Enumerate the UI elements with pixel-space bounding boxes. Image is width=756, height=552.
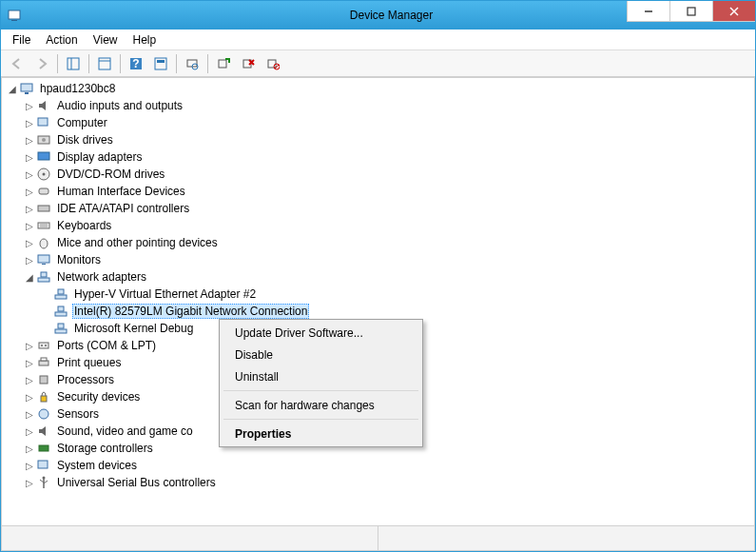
svg-rect-23 [21, 84, 32, 91]
tree-item-mouse[interactable]: ▷Mice and other pointing devices [2, 234, 754, 251]
minimize-button[interactable] [627, 1, 669, 22]
content-area: ◢ hpaud1230bc8 ▷Audio inputs and outputs… [1, 77, 755, 551]
collapse-icon[interactable]: ◢ [6, 82, 19, 95]
svg-rect-54 [41, 396, 47, 402]
svg-rect-34 [38, 223, 49, 228]
svg-rect-29 [38, 152, 49, 160]
tree-item-net-hyperv[interactable]: Hyper-V Virtual Ethernet Adapter #2 [2, 286, 754, 303]
device-tree[interactable]: ◢ hpaud1230bc8 ▷Audio inputs and outputs… [2, 78, 754, 525]
tree-item-computer[interactable]: ▷Computer [2, 114, 754, 131]
disc-icon [36, 167, 51, 182]
expand-icon[interactable]: ▷ [23, 99, 36, 112]
svg-rect-12 [155, 58, 166, 69]
expand-icon[interactable]: ▷ [23, 459, 36, 472]
menu-file[interactable]: File [5, 30, 38, 49]
svg-rect-26 [38, 118, 48, 126]
tree-item-dvd[interactable]: ▷DVD/CD-ROM drives [2, 166, 754, 183]
expand-icon[interactable]: ▷ [23, 253, 36, 266]
menu-action[interactable]: Action [38, 30, 85, 49]
help-button[interactable]: ? [125, 52, 147, 75]
display-icon [36, 149, 51, 165]
update-driver-button[interactable] [212, 52, 235, 75]
expand-icon[interactable]: ▷ [23, 339, 36, 352]
expand-icon[interactable]: ▷ [23, 219, 36, 232]
svg-rect-48 [39, 343, 48, 348]
tree-item-display[interactable]: ▷Display adapters [2, 148, 754, 166]
ctx-uninstall[interactable]: Uninstall [222, 365, 420, 387]
expand-icon[interactable]: ▷ [23, 185, 36, 198]
expand-icon[interactable]: ▷ [23, 202, 36, 215]
scan-hardware-button[interactable] [181, 52, 204, 75]
app-icon [1, 8, 28, 23]
svg-rect-42 [55, 295, 67, 299]
expand-icon[interactable]: ▷ [23, 373, 36, 386]
tree-item-monitor[interactable]: ▷Monitors [2, 251, 754, 268]
expand-icon[interactable]: ▷ [23, 407, 36, 421]
expand-icon[interactable]: ▷ [23, 150, 36, 164]
back-button[interactable] [6, 52, 29, 75]
svg-rect-1 [11, 20, 17, 21]
ctx-scan[interactable]: Scan for hardware changes [222, 394, 420, 416]
tree-item-ide[interactable]: ▷IDE ATA/ATAPI controllers [2, 200, 754, 217]
svg-rect-6 [68, 58, 79, 69]
expand-icon[interactable]: ▷ [23, 390, 36, 404]
tree-item-usb[interactable]: ▷Universal Serial Bus controllers [2, 474, 754, 491]
mouse-icon [36, 235, 51, 250]
tree-item-audio[interactable]: ▷Audio inputs and outputs [2, 97, 754, 114]
network-icon [36, 269, 51, 285]
context-menu: Update Driver Software... Disable Uninst… [219, 319, 423, 447]
maximize-button[interactable] [669, 1, 712, 22]
toolbar-separator [176, 54, 177, 73]
svg-marker-25 [39, 101, 46, 110]
svg-rect-57 [39, 445, 48, 451]
show-hide-tree-button[interactable] [62, 52, 85, 75]
expand-icon[interactable]: ▷ [23, 476, 36, 489]
titlebar: Device Manager [1, 1, 755, 30]
forward-button[interactable] [30, 52, 53, 75]
pc-icon [36, 115, 51, 130]
expand-icon[interactable]: ▷ [23, 168, 36, 181]
svg-rect-16 [219, 60, 226, 68]
properties-button[interactable] [93, 52, 116, 75]
sensor-icon [36, 406, 51, 422]
svg-rect-40 [38, 278, 49, 282]
tree-root[interactable]: ◢ hpaud1230bc8 [2, 80, 754, 97]
disable-button[interactable] [262, 52, 284, 75]
svg-marker-56 [39, 426, 46, 436]
collapse-icon[interactable]: ◢ [23, 270, 36, 284]
tree-item-hid[interactable]: ▷Human Interface Devices [2, 183, 754, 200]
ctx-separator [223, 419, 418, 420]
expand-icon[interactable]: ▷ [23, 236, 36, 249]
close-button[interactable] [712, 1, 755, 22]
ctx-properties[interactable]: Properties [222, 423, 420, 444]
svg-rect-47 [58, 324, 64, 328]
svg-rect-41 [41, 272, 47, 277]
svg-rect-39 [42, 264, 46, 265]
tree-item-network[interactable]: ◢Network adapters [2, 268, 754, 286]
window-controls [627, 1, 755, 22]
toolbar-separator [207, 54, 208, 73]
menu-help[interactable]: Help [126, 30, 165, 49]
expand-icon[interactable]: ▷ [23, 356, 36, 369]
svg-rect-44 [55, 312, 67, 316]
tree-item-net-intel[interactable]: Intel(R) 82579LM Gigabit Network Connect… [2, 303, 754, 320]
svg-rect-32 [39, 188, 48, 194]
expand-icon[interactable]: ▷ [23, 116, 36, 129]
tree-item-system[interactable]: ▷System devices [2, 457, 754, 474]
ctx-update-driver[interactable]: Update Driver Software... [222, 322, 420, 344]
uninstall-button[interactable] [237, 52, 260, 75]
tree-item-disk[interactable]: ▷Disk drives [2, 131, 754, 148]
expand-icon[interactable]: ▷ [23, 133, 36, 147]
usb-icon [36, 475, 51, 490]
svg-rect-58 [38, 461, 48, 468]
action-button[interactable] [149, 52, 172, 75]
disk-icon [36, 132, 51, 148]
menu-view[interactable]: View [86, 30, 126, 49]
statusbar [2, 525, 754, 550]
expand-icon[interactable]: ▷ [23, 424, 36, 438]
ctx-disable[interactable]: Disable [222, 344, 420, 365]
expand-icon[interactable]: ▷ [23, 442, 36, 455]
svg-rect-20 [268, 60, 276, 68]
svg-rect-45 [58, 306, 64, 311]
tree-item-keyboard[interactable]: ▷Keyboards [2, 217, 754, 234]
